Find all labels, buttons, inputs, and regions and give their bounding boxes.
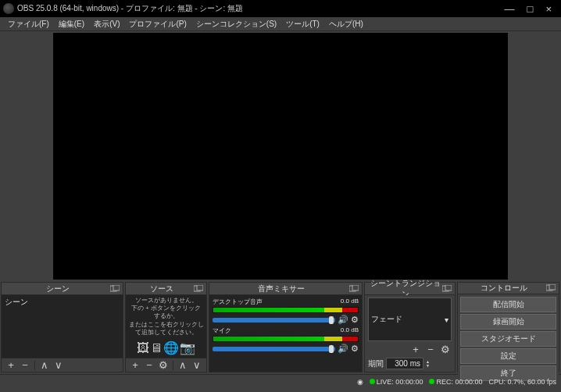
hint-line: またはここを右クリックして追加してください。 bbox=[128, 321, 204, 337]
undock-icon[interactable] bbox=[546, 284, 556, 292]
undock-icon[interactable] bbox=[349, 285, 359, 293]
camera-icon: 📷 bbox=[180, 341, 196, 355]
undock-icon[interactable] bbox=[194, 285, 203, 293]
cpu-status: CPU: 0.7%, 60.00 fps bbox=[488, 378, 556, 386]
scene-up-button[interactable]: ∧ bbox=[38, 359, 51, 371]
titlebar: OBS 25.0.8 (64-bit, windows) - プロファイル: 無… bbox=[0, 0, 561, 17]
duration-spinner[interactable]: ▲▼ bbox=[426, 360, 430, 368]
live-timer: LIVE: 00:00:00 bbox=[377, 378, 423, 386]
speaker-icon[interactable]: 🔊 bbox=[338, 315, 348, 325]
image-icon: 🖼 bbox=[137, 341, 150, 355]
remove-transition-button[interactable]: − bbox=[424, 344, 437, 355]
source-down-button[interactable]: ∨ bbox=[191, 359, 203, 371]
window-title: OBS 25.0.8 (64-bit, windows) - プロファイル: 無… bbox=[17, 3, 505, 14]
gear-icon[interactable]: ⚙ bbox=[351, 315, 359, 325]
transition-select[interactable]: フェード ▾ bbox=[368, 298, 452, 341]
track-name: マイク bbox=[213, 326, 231, 335]
rec-timer: REC: 00:00:00 bbox=[436, 378, 482, 386]
studio-mode-button[interactable]: スタジオモード bbox=[460, 331, 556, 347]
undock-icon[interactable] bbox=[442, 285, 452, 293]
rec-status-dot bbox=[429, 379, 434, 384]
track-db: 0.0 dB bbox=[341, 326, 359, 335]
add-transition-button[interactable]: + bbox=[409, 344, 422, 355]
transition-selected: フェード bbox=[371, 314, 402, 325]
menu-edit[interactable]: 編集(E) bbox=[54, 19, 89, 30]
minimize-button[interactable]: — bbox=[505, 3, 515, 15]
mixer-track: マイク 0.0 dB 🔊 ⚙ bbox=[213, 326, 359, 354]
mixer-title: 音声ミキサー bbox=[213, 283, 349, 294]
docks-row: シーン シーン + − ∧ ∨ ソース ソースがありません。 下の + ボタンを… bbox=[0, 280, 561, 374]
menubar: ファイル(F) 編集(E) 表示(V) プロファイル(P) シーンコレクション(… bbox=[0, 17, 561, 31]
svg-rect-7 bbox=[445, 285, 452, 290]
add-source-button[interactable]: + bbox=[129, 359, 141, 371]
menu-help[interactable]: ヘルプ(H) bbox=[324, 19, 368, 30]
track-db: 0.0 dB bbox=[341, 298, 359, 306]
controls-title: コントロール bbox=[461, 283, 546, 294]
duration-label: 期間 bbox=[368, 358, 384, 369]
source-type-icons: 🖼🖥🌐📷 bbox=[137, 340, 196, 357]
globe-icon: 🌐 bbox=[163, 341, 180, 355]
scene-list[interactable]: シーン bbox=[2, 295, 123, 358]
gear-icon[interactable]: ⚙ bbox=[351, 344, 359, 354]
start-recording-button[interactable]: 録画開始 bbox=[460, 314, 556, 330]
preview-canvas[interactable] bbox=[53, 33, 508, 280]
transitions-dock: シーントランジション フェード ▾ + − ⚙ 期間 300 ms ▲▼ bbox=[364, 282, 456, 372]
menu-file[interactable]: ファイル(F) bbox=[3, 19, 54, 30]
scene-item[interactable]: シーン bbox=[2, 295, 123, 309]
hint-line: 下の + ボタンをクリックするか、 bbox=[128, 305, 204, 321]
display-icon: 🖥 bbox=[150, 341, 163, 355]
menu-scene-collection[interactable]: シーンコレクション(S) bbox=[191, 19, 281, 30]
live-status-dot bbox=[370, 379, 375, 384]
chevron-down-icon: ▾ bbox=[445, 315, 448, 324]
menu-view[interactable]: 表示(V) bbox=[89, 19, 124, 30]
undock-icon[interactable] bbox=[110, 285, 120, 293]
scenes-title: シーン bbox=[5, 283, 110, 294]
volume-slider[interactable] bbox=[213, 318, 335, 323]
add-scene-button[interactable]: + bbox=[5, 359, 17, 371]
remove-source-button[interactable]: − bbox=[143, 359, 155, 371]
menu-profile[interactable]: プロファイル(P) bbox=[124, 19, 191, 30]
preview-area bbox=[0, 31, 561, 280]
menu-tools[interactable]: ツール(T) bbox=[281, 19, 324, 30]
duration-input[interactable]: 300 ms bbox=[386, 358, 423, 369]
svg-rect-9 bbox=[549, 284, 556, 290]
close-button[interactable]: × bbox=[545, 3, 552, 15]
sources-empty-hint[interactable]: ソースがありません。 下の + ボタンをクリックするか、 またはここを右クリック… bbox=[126, 295, 206, 358]
remove-scene-button[interactable]: − bbox=[19, 359, 31, 371]
track-name: デスクトップ音声 bbox=[213, 298, 263, 306]
scenes-dock: シーン シーン + − ∧ ∨ bbox=[1, 282, 123, 372]
volume-slider[interactable] bbox=[213, 347, 335, 351]
svg-rect-3 bbox=[197, 285, 203, 290]
sources-title: ソース bbox=[129, 283, 194, 294]
start-streaming-button[interactable]: 配信開始 bbox=[460, 297, 556, 312]
svg-rect-5 bbox=[352, 285, 359, 290]
mixer-track: デスクトップ音声 0.0 dB 🔊 ⚙ bbox=[213, 298, 359, 325]
sources-dock: ソース ソースがありません。 下の + ボタンをクリックするか、 またはここを右… bbox=[125, 282, 207, 372]
vu-meter bbox=[213, 336, 359, 342]
app-icon bbox=[3, 3, 14, 14]
controls-dock: コントロール 配信開始 録画開始 スタジオモード 設定 終了 bbox=[457, 282, 559, 372]
source-settings-button[interactable]: ⚙ bbox=[157, 359, 170, 371]
settings-button[interactable]: 設定 bbox=[460, 348, 556, 364]
network-icon: ◉ bbox=[357, 378, 363, 386]
vu-meter bbox=[213, 307, 359, 313]
maximize-button[interactable]: □ bbox=[527, 3, 534, 15]
svg-rect-1 bbox=[113, 285, 120, 290]
hint-line: ソースがありません。 bbox=[135, 297, 198, 305]
mixer-dock: 音声ミキサー デスクトップ音声 0.0 dB 🔊 ⚙ bbox=[209, 282, 363, 372]
scene-down-button[interactable]: ∨ bbox=[52, 359, 65, 371]
speaker-icon[interactable]: 🔊 bbox=[338, 344, 348, 354]
source-up-button[interactable]: ∧ bbox=[177, 359, 189, 371]
transition-settings-button[interactable]: ⚙ bbox=[439, 344, 452, 355]
